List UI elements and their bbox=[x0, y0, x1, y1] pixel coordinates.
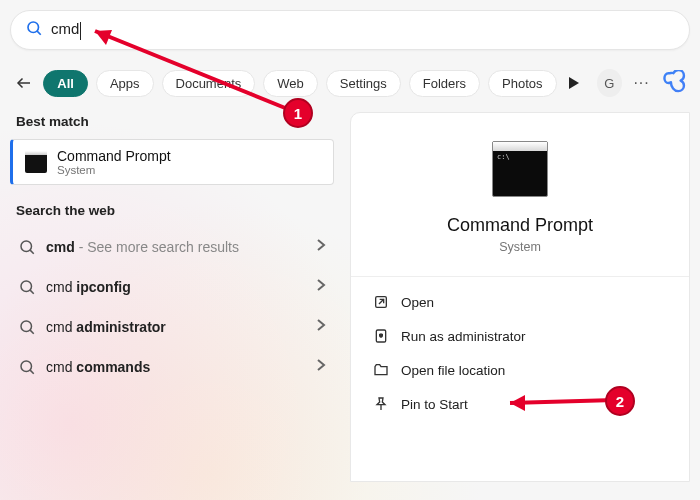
chevron-right-icon bbox=[316, 358, 326, 376]
svg-line-7 bbox=[30, 290, 34, 294]
web-result-item[interactable]: cmd - See more search results bbox=[10, 228, 334, 266]
divider bbox=[351, 276, 689, 277]
preview-pane: Command Prompt System Open Run as admini… bbox=[350, 112, 690, 482]
web-result-item[interactable]: cmd commands bbox=[10, 348, 334, 386]
filter-tab-web[interactable]: Web bbox=[263, 70, 318, 97]
best-match-subtitle: System bbox=[57, 164, 171, 176]
copilot-icon[interactable] bbox=[661, 68, 688, 98]
search-input[interactable]: cmd bbox=[51, 20, 675, 39]
search-icon bbox=[18, 238, 36, 256]
svg-marker-3 bbox=[569, 77, 579, 89]
filter-tab-all[interactable]: All bbox=[43, 70, 88, 97]
back-button[interactable] bbox=[12, 70, 35, 96]
search-icon bbox=[18, 358, 36, 376]
best-match-result[interactable]: Command Prompt System bbox=[10, 139, 334, 185]
action-open[interactable]: Open bbox=[369, 285, 671, 319]
open-icon bbox=[373, 294, 389, 310]
command-prompt-icon bbox=[25, 151, 47, 173]
svg-line-9 bbox=[30, 330, 34, 334]
best-match-header: Best match bbox=[16, 114, 350, 129]
best-match-title: Command Prompt bbox=[57, 148, 171, 164]
web-result-item[interactable]: cmd ipconfig bbox=[10, 268, 334, 306]
command-prompt-icon bbox=[492, 141, 548, 197]
preview-title: Command Prompt bbox=[369, 215, 671, 236]
svg-line-5 bbox=[30, 250, 34, 254]
svg-point-10 bbox=[21, 361, 32, 372]
more-filters-button[interactable] bbox=[567, 77, 581, 89]
filter-tab-folders[interactable]: Folders bbox=[409, 70, 480, 97]
filter-tab-photos[interactable]: Photos bbox=[488, 70, 556, 97]
search-bar[interactable]: cmd bbox=[10, 10, 690, 50]
action-pin-to-start[interactable]: Pin to Start bbox=[369, 387, 671, 421]
search-icon bbox=[25, 19, 43, 41]
filter-row: All Apps Documents Web Settings Folders … bbox=[10, 64, 690, 112]
svg-point-8 bbox=[21, 321, 32, 332]
svg-line-1 bbox=[37, 31, 41, 35]
web-results-list: cmd - See more search results cmd ipconf… bbox=[10, 228, 334, 386]
folder-icon bbox=[373, 362, 389, 378]
filter-tab-settings[interactable]: Settings bbox=[326, 70, 401, 97]
chevron-right-icon bbox=[316, 278, 326, 296]
search-web-header: Search the web bbox=[16, 203, 350, 218]
overflow-button[interactable]: ··· bbox=[630, 74, 653, 92]
chevron-right-icon bbox=[316, 238, 326, 256]
svg-point-6 bbox=[21, 281, 32, 292]
search-icon bbox=[18, 278, 36, 296]
preview-subtitle: System bbox=[369, 240, 671, 254]
chevron-right-icon bbox=[316, 318, 326, 336]
web-result-item[interactable]: cmd administrator bbox=[10, 308, 334, 346]
filter-tab-apps[interactable]: Apps bbox=[96, 70, 154, 97]
svg-point-0 bbox=[28, 22, 39, 33]
admin-shield-icon bbox=[373, 328, 389, 344]
account-button[interactable]: G bbox=[597, 69, 622, 97]
pin-icon bbox=[373, 396, 389, 412]
search-icon bbox=[18, 318, 36, 336]
svg-line-11 bbox=[30, 370, 34, 374]
action-open-file-location[interactable]: Open file location bbox=[369, 353, 671, 387]
action-run-as-administrator[interactable]: Run as administrator bbox=[369, 319, 671, 353]
svg-point-4 bbox=[21, 241, 32, 252]
filter-tab-documents[interactable]: Documents bbox=[162, 70, 256, 97]
svg-line-13 bbox=[379, 299, 384, 304]
